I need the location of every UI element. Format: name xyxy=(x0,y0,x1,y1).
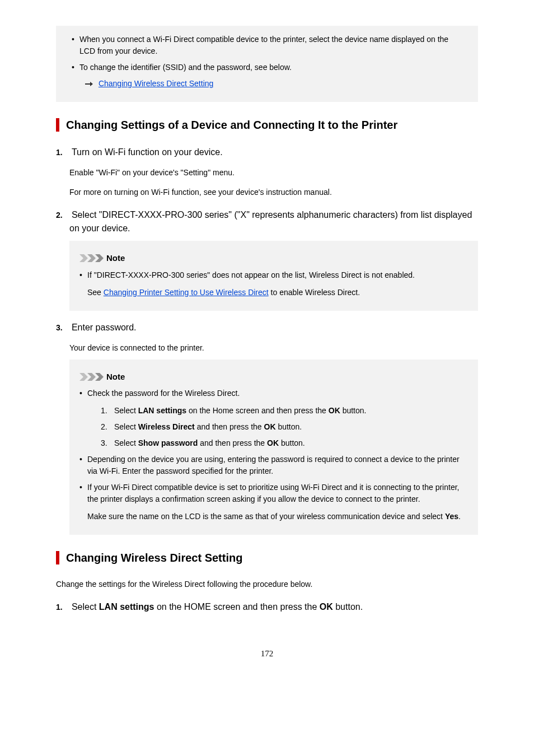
t: on the Home screen and then press the xyxy=(186,406,329,415)
t: . xyxy=(458,512,461,521)
step-text: Turn on Wi-Fi function on your device. xyxy=(72,147,223,157)
t-bold: OK xyxy=(329,406,340,415)
substep-2: 2. Select Wireless Direct and then press… xyxy=(101,421,468,433)
note-text: If your Wi-Fi Direct compatible device i… xyxy=(87,483,459,503)
section-heading-row: Changing Wireless Direct Setting xyxy=(56,549,478,566)
step-text: Select LAN settings on the HOME screen a… xyxy=(72,602,363,612)
note-chevrons-icon xyxy=(79,373,104,381)
t: button. xyxy=(279,438,305,447)
t-bold: OK xyxy=(264,422,276,431)
note-chevrons-icon xyxy=(79,254,104,262)
page-number: 172 xyxy=(56,647,478,660)
link-changing-wireless-direct-setting[interactable]: Changing Wireless Direct Setting xyxy=(99,79,213,88)
note-item: Check the password for the Wireless Dire… xyxy=(79,388,468,449)
note-text: If "DIRECT-XXXX-PRO-300 series" does not… xyxy=(87,270,415,279)
t: on the HOME screen and then press the xyxy=(154,602,319,612)
step-number: 1. xyxy=(56,601,69,613)
note-item: When you connect a Wi-Fi Direct compatib… xyxy=(72,34,462,57)
t: and then press the xyxy=(195,422,264,431)
substep-number: 3. xyxy=(101,437,112,449)
t: Select xyxy=(114,438,138,447)
note-item: Depending on the device you are using, e… xyxy=(79,454,468,477)
t-bold: Wireless Direct xyxy=(138,422,195,431)
link-changing-printer-setting[interactable]: Changing Printer Setting to Use Wireless… xyxy=(104,288,269,297)
t-bold: OK xyxy=(320,602,333,612)
substep-3: 3. Select Show password and then press t… xyxy=(101,437,468,449)
section-intro: Change the settings for the Wireless Dir… xyxy=(56,578,478,590)
t-bold: Yes xyxy=(445,512,458,521)
heading-accent-bar xyxy=(56,118,59,132)
step-number: 2. xyxy=(56,209,69,221)
step-1: 1. Turn on Wi-Fi function on your device… xyxy=(56,146,478,159)
note-box-top: When you connect a Wi-Fi Direct compatib… xyxy=(56,26,478,102)
step-detail: Enable "Wi-Fi" on your device's "Setting… xyxy=(69,167,478,179)
t-bold: LAN settings xyxy=(138,406,186,415)
section-heading: Changing Wireless Direct Setting xyxy=(66,549,242,566)
t: button. xyxy=(340,406,367,415)
note-text: Check the password for the Wireless Dire… xyxy=(87,389,240,398)
note-item: If your Wi-Fi Direct compatible device i… xyxy=(79,482,468,522)
note-label: Note xyxy=(106,252,125,265)
t-bold: OK xyxy=(267,438,279,447)
step-3: 3. Enter password. xyxy=(56,321,478,334)
t: button. xyxy=(276,422,302,431)
note-box-step3: Note Check the password for the Wireless… xyxy=(69,360,478,535)
note-text: Depending on the device you are using, e… xyxy=(87,455,460,475)
step-number: 1. xyxy=(56,147,69,158)
t: button. xyxy=(333,602,363,612)
note-label: Note xyxy=(106,371,125,384)
substep-number: 2. xyxy=(101,421,112,433)
step-text: Enter password. xyxy=(72,323,137,332)
t: Select xyxy=(114,422,138,431)
t-bold: Show password xyxy=(138,438,198,447)
t: Make sure the name on the LCD is the sam… xyxy=(87,512,445,521)
t: and then press the xyxy=(198,438,267,447)
arrow-right-icon xyxy=(85,78,93,90)
step-detail: For more on turning on Wi-Fi function, s… xyxy=(69,186,478,198)
step-2: 2. Select "DIRECT-XXXX-PRO-300 series" (… xyxy=(56,208,478,235)
t-bold: LAN settings xyxy=(99,602,154,612)
note-text: When you connect a Wi-Fi Direct compatib… xyxy=(79,35,448,55)
substep-number: 1. xyxy=(101,405,112,417)
note-item: To change the identifier (SSID) and the … xyxy=(72,62,462,73)
note-item-link: Changing Wireless Direct Setting xyxy=(85,78,462,90)
t: Select xyxy=(114,406,138,415)
substep-1: 1. Select LAN settings on the Home scree… xyxy=(101,405,468,417)
section-heading-row: Changing Settings of a Device and Connec… xyxy=(56,116,478,133)
step-detail: Your device is connected to the printer. xyxy=(69,342,478,354)
note-text-post: to enable Wireless Direct. xyxy=(269,288,360,297)
note-text: To change the identifier (SSID) and the … xyxy=(79,63,292,72)
note-text-pre: See xyxy=(87,288,104,297)
section-heading: Changing Settings of a Device and Connec… xyxy=(66,116,397,133)
step-1: 1. Select LAN settings on the HOME scree… xyxy=(56,600,478,614)
step-text: Select "DIRECT-XXXX-PRO-300 series" ("X"… xyxy=(69,210,472,233)
heading-accent-bar xyxy=(56,551,59,564)
step-number: 3. xyxy=(56,322,69,334)
t: Select xyxy=(72,602,99,612)
note-box-step2: Note If "DIRECT-XXXX-PRO-300 series" doe… xyxy=(69,241,478,311)
note-item: If "DIRECT-XXXX-PRO-300 series" does not… xyxy=(79,269,468,298)
ordered-sublist: 1. Select LAN settings on the Home scree… xyxy=(101,405,468,449)
